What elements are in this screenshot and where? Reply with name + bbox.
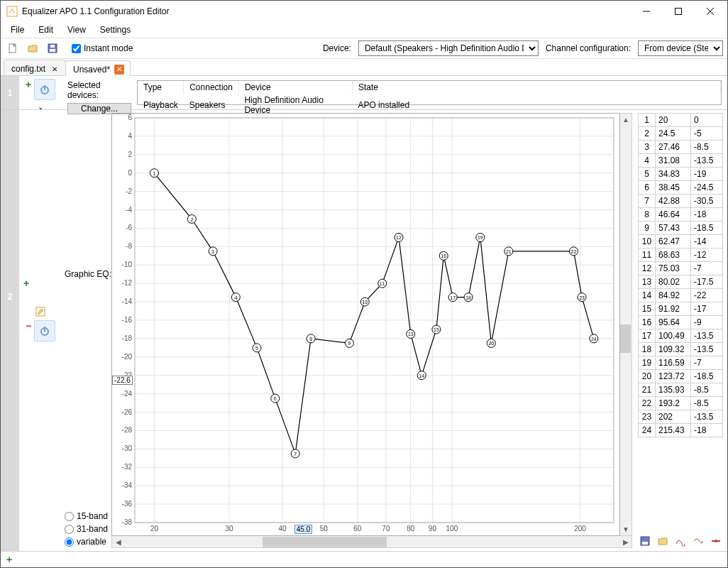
eq-point-row[interactable]: 18109.32-13.5 xyxy=(639,343,723,356)
eq-point-list[interactable]: 1200224.5-5327.46-8.5431.08-13.5534.83-1… xyxy=(638,113,723,531)
save-file-button[interactable] xyxy=(45,40,60,56)
maximize-button[interactable] xyxy=(662,1,694,21)
svg-text:19: 19 xyxy=(478,235,483,240)
device-select[interactable]: Default (Speakers - High Definition Audi… xyxy=(358,40,539,56)
row-number[interactable]: 1 xyxy=(1,76,19,109)
channel-config-select[interactable]: From device (Stereo) xyxy=(638,40,723,56)
svg-text:200: 200 xyxy=(574,525,586,532)
svg-text:1: 1 xyxy=(153,171,156,176)
h-scrollbar[interactable]: ◀ ▶ xyxy=(111,536,632,548)
svg-text:11: 11 xyxy=(380,281,385,286)
svg-rect-7 xyxy=(50,49,55,52)
band-variable-radio[interactable]: variable xyxy=(65,537,109,547)
svg-text:-6: -6 xyxy=(126,224,132,231)
svg-text:6: 6 xyxy=(274,396,277,401)
eq-point-row[interactable]: 1695.64-9 xyxy=(639,316,723,329)
svg-text:18: 18 xyxy=(465,295,471,300)
svg-text:-14: -14 xyxy=(122,297,133,305)
tab-unsaved[interactable]: Unsaved* ✕ xyxy=(65,60,131,76)
invert-icon[interactable] xyxy=(673,534,688,548)
svg-text:21: 21 xyxy=(506,249,512,254)
add-row-icon[interactable]: + xyxy=(6,554,12,565)
instant-mode-toggle[interactable]: Instant mode xyxy=(72,43,133,53)
eq-point-row[interactable]: 24215.43-18 xyxy=(639,424,723,437)
svg-text:12: 12 xyxy=(396,235,402,240)
folder-icon[interactable] xyxy=(656,534,670,548)
eq-point-row[interactable]: 1380.02-17.5 xyxy=(639,275,723,289)
eq-point-row[interactable]: 1591.92-17 xyxy=(639,302,723,316)
menu-edit[interactable]: Edit xyxy=(33,23,59,36)
eq-point-row[interactable]: 22193.2-8.5 xyxy=(639,397,723,410)
eq-point-row[interactable]: 957.43-18.5 xyxy=(639,222,723,235)
svg-text:8: 8 xyxy=(309,337,312,342)
eq-point-row[interactable]: 846.64-18 xyxy=(639,208,723,222)
tab-close-icon[interactable]: ✕ xyxy=(50,64,60,74)
svg-text:24: 24 xyxy=(591,337,597,342)
reset-icon[interactable] xyxy=(709,534,723,548)
svg-text:-34: -34 xyxy=(122,481,133,489)
eq-point-row[interactable]: 224.5-5 xyxy=(639,127,723,141)
col-connection: Connection xyxy=(184,81,239,94)
menu-file[interactable]: File xyxy=(5,23,30,36)
device-table: Type Connection Device State Playback Sp… xyxy=(137,80,722,105)
svg-text:50: 50 xyxy=(320,525,329,532)
row-number[interactable]: 2 xyxy=(1,110,19,551)
y-cursor-value: -22.6 xyxy=(112,376,133,385)
eq-point-row[interactable]: 431.08-13.5 xyxy=(639,154,723,168)
svg-text:10: 10 xyxy=(362,300,368,305)
eq-point-row[interactable]: 17100.49-13.5 xyxy=(639,329,723,343)
import-icon[interactable] xyxy=(638,534,652,548)
eq-point-row[interactable]: 23202-13.5 xyxy=(639,410,723,424)
eq-point-row[interactable]: 1200 xyxy=(639,114,723,127)
edit-icon[interactable] xyxy=(35,306,46,320)
eq-point-row[interactable]: 21135.93-8.5 xyxy=(639,383,723,397)
menu-settings[interactable]: Settings xyxy=(94,23,136,36)
add-filter-icon[interactable]: + xyxy=(23,278,29,289)
eq-point-row[interactable]: 20123.72-18.5 xyxy=(639,370,723,383)
window-title: Equalizer APO 1.1 Configuration Editor xyxy=(22,6,630,16)
eq-point-row[interactable]: 19116.59-7 xyxy=(639,356,723,370)
eq-graph[interactable]: 6420-2-4-6-8-10-12-14-16-18-20-22-24-26-… xyxy=(111,113,620,536)
eq-point-row[interactable]: 327.46-8.5 xyxy=(639,141,723,154)
svg-text:-28: -28 xyxy=(122,426,133,434)
footer: + xyxy=(1,552,727,567)
minimize-button[interactable] xyxy=(630,1,662,21)
filter-power-toggle[interactable] xyxy=(34,79,55,100)
x-cursor-value: 45.0 xyxy=(294,525,312,534)
col-state: State xyxy=(352,81,720,94)
menu-view[interactable]: View xyxy=(62,23,92,36)
tab-close-icon[interactable]: ✕ xyxy=(114,65,124,75)
tab-label: Unsaved* xyxy=(73,65,110,75)
eq-point-row[interactable]: 1275.03-7 xyxy=(639,262,723,275)
svg-text:70: 70 xyxy=(382,525,390,532)
svg-text:80: 80 xyxy=(407,525,415,532)
svg-text:20: 20 xyxy=(150,525,159,532)
open-file-button[interactable] xyxy=(25,40,40,56)
band-31-radio[interactable]: 31-band xyxy=(65,524,109,534)
eq-point-row[interactable]: 1062.47-14 xyxy=(639,235,723,248)
v-scrollbar[interactable]: ▲ ▼ xyxy=(620,113,632,536)
eq-point-row[interactable]: 1484.92-22 xyxy=(639,289,723,302)
band-15-radio[interactable]: 15-band xyxy=(65,511,109,521)
svg-text:-16: -16 xyxy=(122,316,133,324)
svg-text:-18: -18 xyxy=(122,334,133,342)
svg-text:-2: -2 xyxy=(126,187,132,195)
normalize-icon[interactable] xyxy=(691,534,705,548)
eq-point-row[interactable]: 534.83-19 xyxy=(639,168,723,181)
svg-text:14: 14 xyxy=(419,373,424,378)
eq-point-row[interactable]: 742.88-30.5 xyxy=(639,195,723,208)
new-file-button[interactable] xyxy=(5,40,21,56)
toolbar: Instant mode Device: Default (Speakers -… xyxy=(1,38,727,59)
add-filter-icon[interactable]: + xyxy=(26,79,31,100)
svg-text:-32: -32 xyxy=(122,463,133,471)
eq-point-row[interactable]: 1168.63-12 xyxy=(639,248,723,262)
instant-mode-checkbox[interactable] xyxy=(72,44,81,53)
close-button[interactable] xyxy=(694,1,726,21)
filter-power-toggle[interactable] xyxy=(34,320,55,342)
svg-text:30: 30 xyxy=(226,525,234,532)
tab-config-txt[interactable]: config.txt ✕ xyxy=(4,60,66,75)
eq-point-row[interactable]: 638.45-24.5 xyxy=(639,181,723,195)
filter-row-2: 2 + − Graphic EQ: 15-band 31-band variab… xyxy=(1,110,727,552)
filter-row-1: 1 + ⌄ Selected devices: Change... Type C… xyxy=(1,76,727,110)
remove-filter-icon[interactable]: − xyxy=(26,320,31,342)
